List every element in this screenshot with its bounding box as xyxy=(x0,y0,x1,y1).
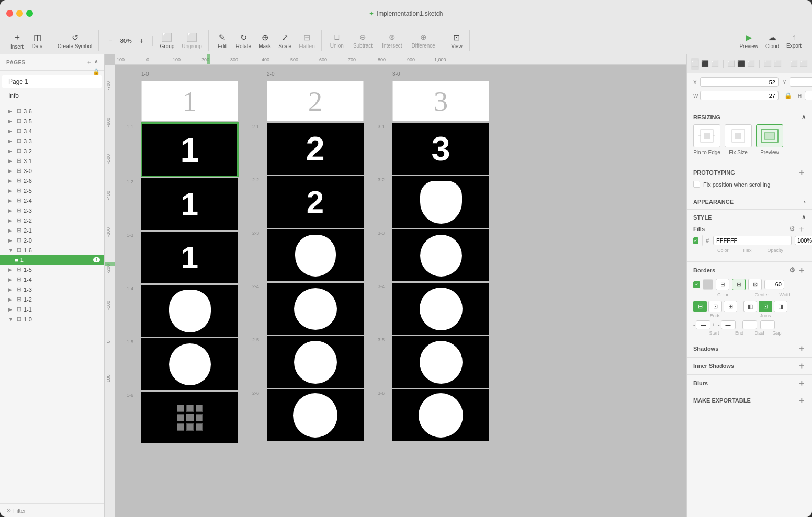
stepper-minus-end[interactable]: - xyxy=(718,322,719,328)
align-bottom-button[interactable]: ⬜ xyxy=(747,58,755,70)
artboard-3-title-frame[interactable]: 3 xyxy=(392,81,489,121)
artboard-1-block3-content[interactable]: 1 xyxy=(141,232,238,283)
expand-icon[interactable]: ▶ xyxy=(8,297,15,302)
layer-1-6[interactable]: ▼ ⊞ 1-6 xyxy=(0,245,104,255)
artboard-2-block6-content[interactable] xyxy=(267,389,364,441)
lock-aspect-icon[interactable]: 🔒 xyxy=(784,92,792,99)
expand-icon[interactable]: ▼ xyxy=(8,317,15,322)
shadows-add-button[interactable]: ＋ xyxy=(797,344,806,353)
expand-icon[interactable]: ▶ xyxy=(8,218,15,223)
expand-icon[interactable]: ▶ xyxy=(8,267,15,272)
intersect-button[interactable]: ⊗ Intersect xyxy=(378,30,406,51)
layer-2-3[interactable]: ▶ ⊞ 2-3 xyxy=(0,205,104,215)
expand-icon[interactable]: ▶ xyxy=(8,238,15,243)
add-proto-button[interactable]: ＋ xyxy=(797,168,806,177)
ungroup-button[interactable]: ⬜ Ungroup xyxy=(178,30,205,51)
stepper-minus-start[interactable]: - xyxy=(693,322,695,328)
preview-resize-option[interactable]: Preview xyxy=(756,124,783,155)
artboard-1-main[interactable]: 1 xyxy=(141,123,238,177)
preview-button[interactable]: ▶ Preview xyxy=(736,30,761,51)
end-square-button[interactable]: ⊞ xyxy=(724,301,737,312)
edit-button[interactable]: ✎ Edit xyxy=(213,30,232,51)
end-flat-button[interactable]: ⊟ xyxy=(693,301,707,312)
stepper-plus-end[interactable]: + xyxy=(737,322,740,328)
close-button[interactable] xyxy=(6,10,13,17)
artboard-3-block6-content[interactable] xyxy=(392,389,489,441)
x-input[interactable] xyxy=(700,77,779,87)
subtract-button[interactable]: ⊖ Subtract xyxy=(349,30,377,51)
difference-button[interactable]: ⊕ Difference xyxy=(408,30,439,51)
fills-settings-icon[interactable]: ⚙ xyxy=(789,225,795,233)
expand-icon[interactable]: ▶ xyxy=(8,129,15,134)
page-item-info[interactable]: Info xyxy=(2,89,102,102)
expand-icon[interactable]: ▶ xyxy=(8,109,15,114)
layer-3-2[interactable]: ▶ ⊞ 3-2 xyxy=(0,146,104,156)
maximize-button[interactable] xyxy=(26,10,33,17)
border-width-input[interactable] xyxy=(764,280,784,289)
view-button[interactable]: ⊡ View xyxy=(447,30,466,51)
artboard-1-block4-content[interactable] xyxy=(141,285,238,337)
layer-1-1[interactable]: ▶ ⊞ 1-1 xyxy=(0,304,104,314)
collapse-pages-button[interactable]: ∧ xyxy=(94,59,98,66)
border-type-inside[interactable]: ⊟ xyxy=(716,279,729,290)
fix-size-option[interactable]: Fix Size xyxy=(725,124,752,155)
expand-icon[interactable]: ▶ xyxy=(8,198,15,203)
add-page-button[interactable]: ＋ xyxy=(86,59,92,66)
artboard-3-block4-content[interactable] xyxy=(392,283,489,335)
artboard-2-block5-content[interactable] xyxy=(267,336,364,388)
appearance-header[interactable]: APPEARANCE › xyxy=(693,199,806,205)
stepper-plus-start[interactable]: + xyxy=(712,322,715,328)
union-button[interactable]: ⊔ Union xyxy=(326,30,348,51)
minimize-button[interactable] xyxy=(16,10,23,17)
canvas-content[interactable]: 1-0 1 1-1 1 xyxy=(115,65,686,517)
flatten-button[interactable]: ⊟ Flatten xyxy=(296,30,318,51)
align-center-h-button[interactable]: ⬛ xyxy=(701,58,709,70)
pin-to-edge-option[interactable]: Pin to Edge xyxy=(693,124,720,155)
artboard-3-block5-content[interactable] xyxy=(392,336,489,388)
zoom-minus-button[interactable]: − xyxy=(106,36,115,46)
expand-icon[interactable]: ▶ xyxy=(8,307,15,312)
expand-icon[interactable]: ▶ xyxy=(8,208,15,213)
exportable-add-button[interactable]: ＋ xyxy=(797,396,806,405)
join-round-button[interactable]: ⊡ xyxy=(759,301,772,312)
group-button[interactable]: ⬜ Group xyxy=(157,30,178,51)
borders-settings-icon[interactable]: ⚙ xyxy=(789,266,795,274)
fill-hex-input[interactable] xyxy=(713,236,792,245)
join-miter-button[interactable]: ◧ xyxy=(743,301,757,312)
appearance-chevron[interactable]: › xyxy=(804,199,806,205)
fix-position-checkbox[interactable] xyxy=(693,181,700,188)
start-input[interactable] xyxy=(696,320,710,329)
border-type-center[interactable]: ⊞ xyxy=(732,279,746,290)
artboard-1-block6-content[interactable] xyxy=(141,392,238,443)
expand-icon[interactable]: ▶ xyxy=(8,168,15,174)
artboard-2-main[interactable]: 2 xyxy=(267,123,364,175)
expand-icon[interactable]: ▶ xyxy=(8,139,15,144)
expand-icon[interactable]: ▶ xyxy=(8,277,15,282)
align-left-button[interactable]: ⬜ xyxy=(691,58,699,70)
expand-icon[interactable]: ▶ xyxy=(8,287,15,292)
expand-icon[interactable]: ▶ xyxy=(8,148,15,154)
layer-2-0[interactable]: ▶ ⊞ 2-0 xyxy=(0,235,104,245)
fill-opacity-input[interactable] xyxy=(795,236,812,245)
dash-input[interactable] xyxy=(742,320,757,329)
style-header[interactable]: STYLE ∧ xyxy=(693,214,806,221)
border-checkbox[interactable]: ✓ xyxy=(693,281,700,288)
artboard-2-title-frame[interactable]: 2 xyxy=(267,81,364,121)
end-round-button[interactable]: ⊡ xyxy=(708,301,722,312)
artboard-3-main[interactable]: 3 xyxy=(392,123,489,175)
layer-3-1[interactable]: ▶ ⊞ 3-1 xyxy=(0,156,104,166)
artboard-1-block2-content[interactable]: 1 xyxy=(141,178,238,230)
artboard-2-block3-content[interactable] xyxy=(267,229,364,281)
gap-input[interactable] xyxy=(760,320,775,329)
layer-3-5[interactable]: ▶ ⊞ 3-5 xyxy=(0,116,104,126)
layer-2-1[interactable]: ▶ ⊞ 2-1 xyxy=(0,225,104,235)
create-symbol-button[interactable]: ↺ Create Symbol xyxy=(54,30,95,51)
layer-1-3[interactable]: ▶ ⊞ 1-3 xyxy=(0,284,104,294)
artboard-2-block2-content[interactable]: 2 xyxy=(267,176,364,228)
layer-1-2[interactable]: ▶ ⊞ 1-2 xyxy=(0,294,104,304)
border-type-outside[interactable]: ⊠ xyxy=(748,279,762,290)
expand-icon[interactable]: ▶ xyxy=(8,158,15,164)
fill-checkbox[interactable]: ✓ xyxy=(693,237,698,244)
layer-3-6[interactable]: ▶ ⊞ 3-6 xyxy=(0,106,104,116)
resizing-chevron[interactable]: ∧ xyxy=(802,113,806,120)
